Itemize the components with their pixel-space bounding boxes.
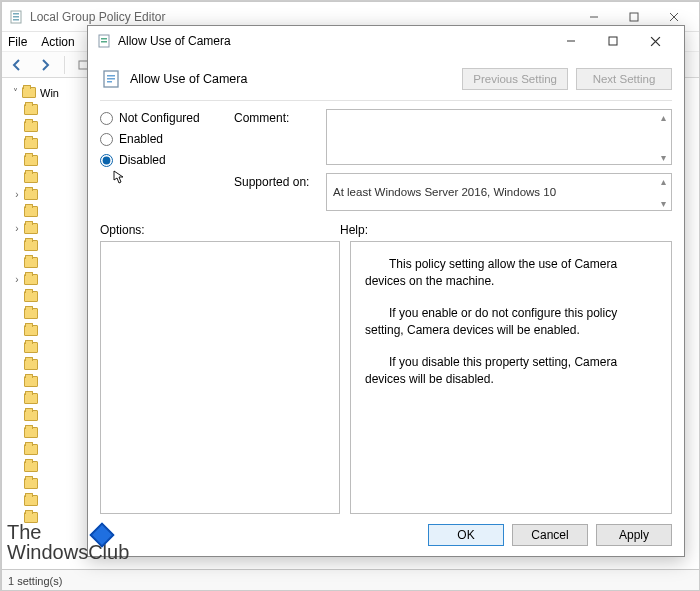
radio-disabled-label: Disabled bbox=[119, 153, 166, 167]
svg-rect-1 bbox=[13, 13, 19, 15]
supported-on-box: At least Windows Server 2016, Windows 10… bbox=[326, 173, 672, 211]
scroll-up-icon[interactable]: ▴ bbox=[656, 174, 671, 188]
folder-icon bbox=[22, 87, 36, 98]
folder-icon bbox=[24, 512, 38, 523]
folder-icon bbox=[24, 376, 38, 387]
supported-label: Supported on: bbox=[234, 173, 318, 189]
comment-scrollbar[interactable]: ▴ ▾ bbox=[656, 110, 671, 164]
tree-expand-icon[interactable]: › bbox=[12, 189, 22, 200]
folder-icon bbox=[24, 138, 38, 149]
folder-icon bbox=[24, 104, 38, 115]
apply-button[interactable]: Apply bbox=[596, 524, 672, 546]
folder-icon bbox=[24, 274, 38, 285]
radio-enabled[interactable]: Enabled bbox=[100, 132, 224, 146]
status-text: 1 setting(s) bbox=[8, 575, 62, 587]
menu-action[interactable]: Action bbox=[41, 35, 74, 49]
policy-dialog: Allow Use of Camera Allow Use of Camera … bbox=[87, 25, 685, 557]
radio-not-configured-label: Not Configured bbox=[119, 111, 200, 125]
svg-rect-7 bbox=[101, 38, 107, 40]
help-paragraph: If you disable this property setting, Ca… bbox=[365, 354, 657, 389]
help-panel[interactable]: This policy setting allow the use of Cam… bbox=[350, 241, 672, 514]
options-panel[interactable] bbox=[100, 241, 340, 514]
comment-label: Comment: bbox=[234, 109, 318, 125]
folder-icon bbox=[24, 410, 38, 421]
scroll-down-icon[interactable]: ▾ bbox=[656, 150, 671, 164]
dialog-footer: OK Cancel Apply bbox=[100, 514, 672, 546]
options-label: Options: bbox=[100, 223, 340, 237]
scroll-up-icon[interactable]: ▴ bbox=[656, 110, 671, 124]
folder-icon bbox=[24, 325, 38, 336]
svg-rect-13 bbox=[107, 81, 112, 83]
folder-icon bbox=[24, 444, 38, 455]
supported-on-value: At least Windows Server 2016, Windows 10 bbox=[333, 186, 556, 198]
scroll-down-icon[interactable]: ▾ bbox=[656, 196, 671, 210]
cancel-button[interactable]: Cancel bbox=[512, 524, 588, 546]
folder-icon bbox=[24, 359, 38, 370]
svg-rect-11 bbox=[107, 75, 115, 77]
svg-rect-3 bbox=[13, 19, 19, 21]
folder-icon bbox=[24, 206, 38, 217]
folder-icon bbox=[24, 240, 38, 251]
divider bbox=[100, 100, 672, 101]
policy-header-title: Allow Use of Camera bbox=[130, 72, 247, 86]
radio-enabled-input[interactable] bbox=[100, 133, 113, 146]
folder-icon bbox=[24, 189, 38, 200]
folder-icon bbox=[24, 461, 38, 472]
folder-icon bbox=[24, 291, 38, 302]
help-paragraph: This policy setting allow the use of Cam… bbox=[365, 256, 657, 291]
svg-rect-8 bbox=[101, 41, 107, 43]
dialog-title: Allow Use of Camera bbox=[118, 34, 550, 48]
policy-icon bbox=[96, 33, 112, 49]
folder-icon bbox=[24, 393, 38, 404]
svg-rect-2 bbox=[13, 16, 19, 18]
dialog-maximize-button[interactable] bbox=[592, 27, 634, 55]
help-label: Help: bbox=[340, 223, 368, 237]
tree-expand-icon[interactable]: ˅ bbox=[10, 87, 20, 98]
folder-icon bbox=[24, 121, 38, 132]
svg-rect-9 bbox=[609, 37, 617, 45]
gpedit-title: Local Group Policy Editor bbox=[30, 10, 574, 24]
folder-icon bbox=[24, 427, 38, 438]
folder-icon bbox=[24, 172, 38, 183]
radio-not-configured[interactable]: Not Configured bbox=[100, 111, 224, 125]
forward-button[interactable] bbox=[34, 54, 56, 76]
supported-scrollbar[interactable]: ▴ ▾ bbox=[656, 174, 671, 210]
gpedit-app-icon bbox=[8, 9, 24, 25]
back-button[interactable] bbox=[6, 54, 28, 76]
radio-disabled[interactable]: Disabled bbox=[100, 153, 224, 167]
folder-icon bbox=[24, 495, 38, 506]
folder-icon bbox=[24, 155, 38, 166]
folder-icon bbox=[24, 308, 38, 319]
previous-setting-button[interactable]: Previous Setting bbox=[462, 68, 568, 90]
folder-icon bbox=[24, 478, 38, 489]
dialog-titlebar[interactable]: Allow Use of Camera bbox=[88, 26, 684, 56]
next-setting-button[interactable]: Next Setting bbox=[576, 68, 672, 90]
radio-not-configured-input[interactable] bbox=[100, 112, 113, 125]
folder-icon bbox=[24, 223, 38, 234]
help-paragraph: If you enable or do not configure this p… bbox=[365, 305, 657, 340]
state-radio-group: Not Configured Enabled Disabled bbox=[100, 109, 224, 211]
cursor-icon bbox=[112, 170, 126, 184]
screenshot-root: Local Group Policy Editor File Action V … bbox=[0, 0, 700, 591]
radio-disabled-input[interactable] bbox=[100, 154, 113, 167]
folder-icon bbox=[24, 342, 38, 353]
tree-root-label[interactable]: Win bbox=[40, 87, 59, 99]
ok-button[interactable]: OK bbox=[428, 524, 504, 546]
menu-file[interactable]: File bbox=[8, 35, 27, 49]
tree-expand-icon[interactable]: › bbox=[12, 274, 22, 285]
svg-rect-4 bbox=[630, 13, 638, 21]
folder-icon bbox=[24, 257, 38, 268]
dialog-minimize-button[interactable] bbox=[550, 27, 592, 55]
tree-expand-icon[interactable]: › bbox=[12, 223, 22, 234]
toolbar-separator bbox=[64, 56, 65, 74]
policy-header-icon bbox=[100, 68, 122, 90]
radio-enabled-label: Enabled bbox=[119, 132, 163, 146]
dialog-close-button[interactable] bbox=[634, 27, 676, 55]
svg-rect-12 bbox=[107, 78, 115, 80]
statusbar: 1 setting(s) bbox=[2, 569, 700, 591]
comment-textarea[interactable]: ▴ ▾ bbox=[326, 109, 672, 165]
